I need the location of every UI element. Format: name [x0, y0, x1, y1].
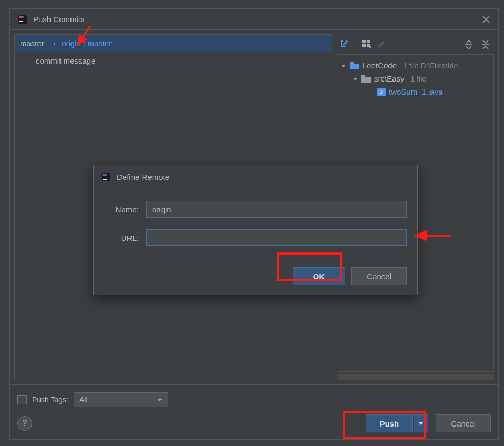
push-tags-value: All — [79, 396, 88, 404]
cancel-button[interactable]: Cancel — [436, 414, 491, 432]
close-icon[interactable] — [481, 15, 491, 24]
diff-icon[interactable] — [339, 38, 351, 50]
url-label: URL: — [104, 234, 146, 242]
remote-link[interactable]: origin — [62, 39, 81, 48]
svg-rect-2 — [22, 16, 24, 18]
collapse-all-icon[interactable] — [479, 38, 492, 50]
horizontal-scrollbar[interactable] — [337, 374, 494, 380]
sub-dialog-actions: OK Cancel — [94, 267, 417, 295]
svg-rect-1 — [19, 16, 22, 18]
dialog-actions: ? Push Cancel — [17, 414, 491, 432]
java-file-icon: J — [377, 88, 386, 96]
dialog-titlebar: Push Commits — [10, 9, 498, 30]
svg-rect-14 — [105, 174, 107, 176]
chevron-down-icon — [418, 421, 424, 426]
folder-icon — [361, 75, 371, 83]
branch-row[interactable]: master → origin : master — [15, 35, 332, 52]
push-dropdown-button[interactable] — [414, 414, 428, 432]
tree-folder-meta: 1 file — [411, 75, 427, 83]
push-button-group: Push — [366, 414, 429, 432]
push-tags-row: Push Tags: All — [17, 392, 491, 407]
sub-dialog-title: Define Remote — [117, 173, 410, 181]
chevron-down-icon — [157, 397, 163, 402]
local-branch: master — [20, 39, 44, 48]
tree-project-label: LeetCode — [362, 61, 397, 70]
define-remote-dialog: Define Remote Name: URL: OK Cancel — [93, 165, 418, 295]
push-tags-label: Push Tags: — [32, 396, 68, 404]
svg-rect-3 — [19, 21, 23, 22]
separator — [356, 38, 356, 50]
tree-project-node[interactable]: LeetCode 1 file D:\Files\Ide — [339, 59, 491, 72]
edit-icon — [375, 38, 388, 50]
svg-rect-13 — [103, 174, 105, 176]
sub-dialog-titlebar: Define Remote — [94, 165, 417, 189]
name-label: Name: — [104, 205, 146, 214]
push-tags-combo[interactable]: All — [74, 392, 168, 407]
tree-project-meta: 1 file D:\Files\Ide — [403, 62, 458, 70]
svg-rect-6 — [362, 44, 366, 47]
chevron-down-icon — [352, 76, 358, 82]
commit-message[interactable]: commit message — [36, 56, 311, 65]
name-row: Name: — [104, 201, 407, 218]
separator — [392, 38, 392, 50]
intellij-icon — [101, 172, 112, 183]
files-toolbar — [337, 34, 494, 54]
sub-cancel-button[interactable]: Cancel — [351, 267, 407, 285]
group-icon[interactable] — [360, 38, 373, 50]
push-tags-checkbox[interactable] — [17, 395, 27, 404]
url-row: URL: — [104, 229, 407, 246]
expand-all-icon[interactable] — [462, 38, 475, 50]
chevron-down-icon — [340, 63, 347, 69]
tree-file-label: twoSum_1.java — [389, 87, 443, 96]
tree-folder-node[interactable]: src\Easy 1 file — [339, 72, 491, 85]
project-folder-icon — [350, 62, 359, 69]
bottom-bar: Push Tags: All ? Push Cancel — [10, 384, 498, 439]
svg-text:J: J — [380, 89, 383, 95]
tree-file-node[interactable]: J twoSum_1.java — [339, 85, 491, 98]
svg-rect-9 — [361, 75, 365, 77]
svg-rect-15 — [103, 179, 107, 180]
push-button[interactable]: Push — [366, 414, 414, 432]
ok-button[interactable]: OK — [293, 267, 346, 285]
svg-rect-4 — [362, 40, 366, 43]
url-input[interactable] — [146, 229, 407, 246]
svg-rect-7 — [367, 44, 370, 47]
sub-dialog-body: Name: URL: — [94, 189, 417, 267]
tracking-branch-link[interactable]: master — [87, 39, 112, 48]
tree-folder-label: src\Easy — [374, 74, 405, 83]
dialog-title: Push Commits — [33, 15, 481, 24]
help-button[interactable]: ? — [17, 416, 32, 431]
arrow: → — [49, 39, 57, 48]
svg-rect-5 — [367, 40, 370, 43]
svg-rect-8 — [350, 62, 354, 64]
name-input[interactable] — [146, 201, 407, 218]
intellij-icon — [17, 14, 28, 25]
